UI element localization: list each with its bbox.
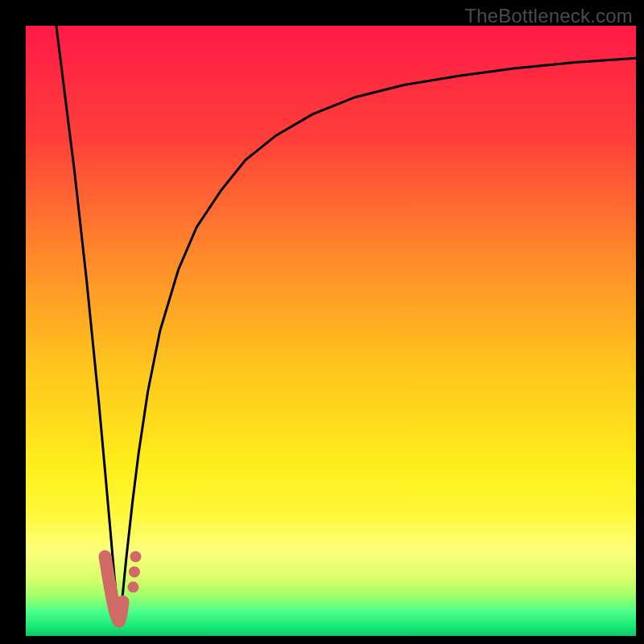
chart-frame: TheBottleneck.com — [0, 0, 644, 644]
gradient-background — [26, 26, 636, 636]
chart-plot-area — [26, 26, 636, 636]
chart-svg — [26, 26, 636, 636]
marker-dot — [127, 581, 138, 592]
watermark-label: TheBottleneck.com — [464, 5, 633, 27]
marker-dot — [130, 551, 141, 562]
marker-dot — [129, 566, 140, 577]
